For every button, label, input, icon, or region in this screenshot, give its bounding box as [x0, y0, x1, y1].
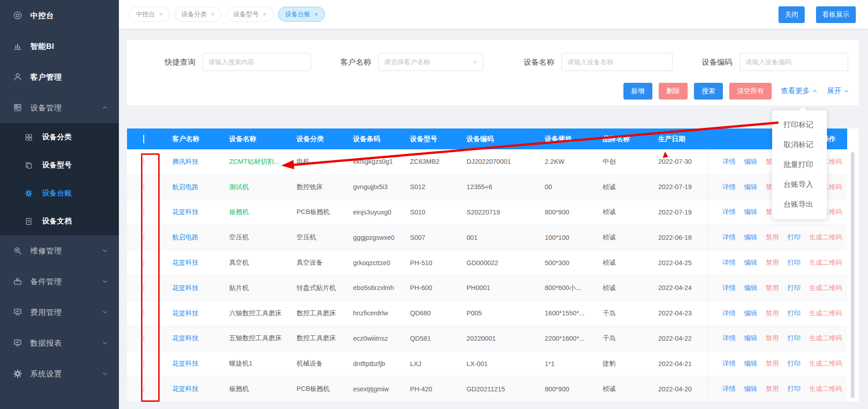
row-checkbox[interactable]	[143, 360, 144, 367]
device-code-input[interactable]	[745, 58, 842, 66]
row-action-生成二维码[interactable]: 生成二维码	[809, 385, 842, 393]
row-action-详情[interactable]: 详情	[722, 233, 736, 242]
row-action-编辑[interactable]: 编辑	[744, 309, 757, 318]
sidebar-item-device-mgmt[interactable]: 设备管理	[0, 92, 119, 123]
row-action-详情[interactable]: 详情	[722, 157, 736, 166]
dropdown-item-台账导出[interactable]: 台账导出	[772, 195, 827, 214]
sidebar-item-device-category[interactable]: 设备分类	[0, 123, 119, 151]
tab-中控台[interactable]: 中控台×	[129, 7, 170, 22]
close-button[interactable]: 关闭	[778, 6, 805, 23]
row-action-打印[interactable]: 打印	[788, 309, 801, 318]
cell-customer[interactable]: 腾讯科技	[163, 157, 220, 166]
row-action-详情[interactable]: 详情	[722, 284, 736, 292]
row-action-禁用[interactable]: 禁用	[766, 385, 779, 393]
dropdown-item-台账导入[interactable]: 台账导入	[772, 175, 827, 195]
row-action-生成二维码[interactable]: 生成二维码	[809, 309, 842, 318]
row-action-生成二维码[interactable]: 生成二维码	[809, 359, 842, 368]
row-action-编辑[interactable]: 编辑	[744, 233, 757, 242]
row-checkbox[interactable]	[143, 284, 144, 291]
device-code-input[interactable]	[740, 53, 848, 71]
row-checkbox[interactable]	[143, 183, 144, 190]
sidebar-item-console[interactable]: 中控台	[0, 0, 119, 31]
row-checkbox[interactable]	[143, 335, 144, 342]
row-action-打印[interactable]: 打印	[788, 385, 801, 393]
row-action-详情[interactable]: 详情	[722, 334, 736, 342]
row-action-禁用[interactable]: 禁用	[766, 334, 779, 342]
row-action-生成二维码[interactable]: 生成二维码	[809, 233, 842, 242]
row-action-禁用[interactable]: 禁用	[766, 233, 779, 242]
clear-all-button[interactable]: 清空所有	[729, 83, 772, 100]
row-checkbox[interactable]	[143, 259, 144, 266]
sidebar-item-fee-mgmt[interactable]: 费用管理	[0, 297, 119, 328]
cell-customer[interactable]: 花篮科技	[163, 334, 220, 342]
customer-name-select[interactable]	[378, 53, 483, 71]
row-action-生成二维码[interactable]: 生成二维码	[809, 258, 842, 267]
row-action-打印[interactable]: 打印	[788, 284, 801, 292]
tab-设备台账[interactable]: 设备台账×	[278, 7, 326, 22]
cell-customer[interactable]: 航启电路	[163, 183, 220, 191]
row-action-编辑[interactable]: 编辑	[744, 208, 757, 216]
sidebar-item-data-report[interactable]: 数据报表	[0, 328, 119, 358]
cell-customer[interactable]: 花篮科技	[163, 208, 220, 216]
cell-customer[interactable]: 花篮科技	[163, 284, 220, 292]
sidebar-item-device-ledger[interactable]: 设备台账	[0, 179, 119, 207]
tab-close-icon[interactable]: ×	[159, 11, 163, 17]
row-action-禁用[interactable]: 禁用	[766, 258, 779, 267]
row-action-编辑[interactable]: 编辑	[744, 359, 757, 368]
tab-close-icon[interactable]: ×	[263, 11, 266, 17]
dropdown-item-打印标记[interactable]: 打印标记	[772, 115, 827, 135]
row-action-编辑[interactable]: 编辑	[744, 385, 757, 393]
row-action-编辑[interactable]: 编辑	[744, 334, 757, 342]
cell-customer[interactable]: 花篮科技	[163, 359, 220, 368]
cell-customer[interactable]: 花篮科技	[163, 385, 220, 393]
quick-search-input[interactable]	[203, 53, 311, 71]
row-action-详情[interactable]: 详情	[722, 385, 736, 393]
row-checkbox[interactable]	[143, 234, 144, 241]
row-action-编辑[interactable]: 编辑	[744, 183, 757, 191]
device-name-input[interactable]	[567, 58, 667, 66]
row-action-编辑[interactable]: 编辑	[744, 157, 757, 166]
select-all-checkbox[interactable]	[143, 135, 144, 143]
row-action-详情[interactable]: 详情	[722, 258, 736, 267]
row-action-编辑[interactable]: 编辑	[744, 258, 757, 267]
row-action-详情[interactable]: 详情	[722, 359, 736, 368]
row-action-详情[interactable]: 详情	[722, 309, 736, 318]
row-action-详情[interactable]: 详情	[722, 183, 736, 191]
cell-customer[interactable]: 花篮科技	[163, 309, 220, 318]
row-action-详情[interactable]: 详情	[722, 208, 736, 216]
row-action-禁用[interactable]: 禁用	[766, 309, 779, 318]
dropdown-item-取消标记[interactable]: 取消标记	[772, 135, 827, 155]
row-checkbox[interactable]	[143, 158, 144, 165]
row-action-打印[interactable]: 打印	[788, 334, 801, 342]
table-scrollbar[interactable]	[851, 152, 854, 398]
row-action-打印[interactable]: 打印	[788, 233, 801, 242]
row-action-禁用[interactable]: 禁用	[766, 359, 779, 368]
row-action-禁用[interactable]: 禁用	[766, 284, 779, 292]
row-action-生成二维码[interactable]: 生成二维码	[809, 334, 842, 342]
row-action-打印[interactable]: 打印	[788, 359, 801, 368]
sidebar-item-spare-mgmt[interactable]: 备件管理	[0, 266, 119, 297]
row-action-编辑[interactable]: 编辑	[744, 284, 757, 292]
cell-customer[interactable]: 航启电路	[163, 233, 220, 242]
board-display-button[interactable]: 看板展示	[816, 6, 856, 23]
tab-close-icon[interactable]: ×	[211, 11, 215, 17]
quick-search-input[interactable]	[208, 58, 305, 66]
sidebar-item-device-doc[interactable]: 设备文档	[0, 207, 119, 235]
device-name-input[interactable]	[561, 53, 673, 71]
sidebar-item-customer-mgmt[interactable]: 客户管理	[0, 62, 119, 92]
row-action-生成二维码[interactable]: 生成二维码	[809, 284, 842, 292]
delete-button[interactable]: 删除	[659, 83, 688, 100]
sidebar-item-system-settings[interactable]: 系统设置	[0, 358, 119, 389]
cell-customer[interactable]: 花篮科技	[163, 258, 220, 267]
sidebar-item-smart-bi[interactable]: 智能BI	[0, 31, 119, 62]
row-checkbox[interactable]	[143, 209, 144, 216]
row-action-打印[interactable]: 打印	[788, 258, 801, 267]
dropdown-item-批量打印[interactable]: 批量打印	[772, 155, 827, 175]
row-checkbox[interactable]	[143, 309, 144, 317]
tab-close-icon[interactable]: ×	[315, 11, 318, 17]
add-button[interactable]: 新增	[623, 83, 652, 100]
tab-设备型号[interactable]: 设备型号×	[226, 7, 274, 22]
view-more-link[interactable]: 查看更多	[781, 86, 818, 96]
expand-link[interactable]: 展开	[827, 86, 849, 96]
row-checkbox[interactable]	[143, 385, 144, 393]
